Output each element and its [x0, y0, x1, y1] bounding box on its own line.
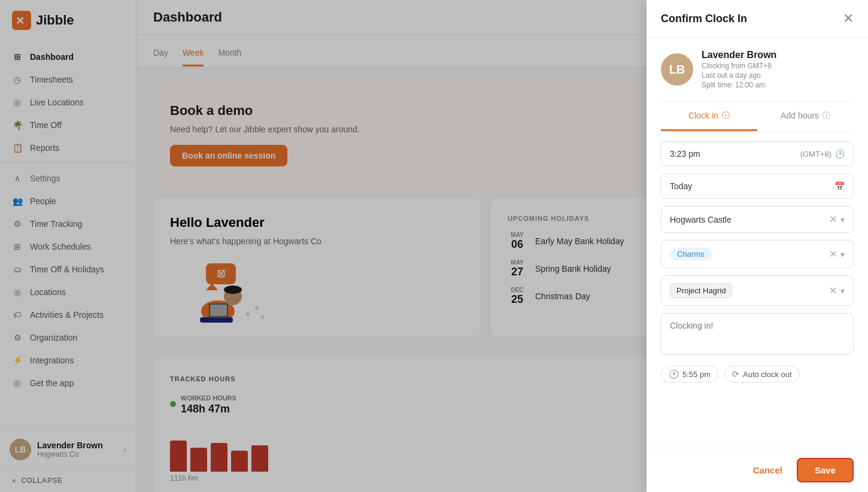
modal-footer: Cancel Save: [647, 448, 868, 492]
calendar-icon: 📅: [834, 181, 845, 191]
modal-title: Confirm Clock In: [661, 13, 747, 25]
project-tag: Project Hagrid: [670, 283, 732, 298]
info-icon: ⓘ: [823, 110, 830, 121]
cancel-button[interactable]: Cancel: [746, 460, 790, 480]
auto-clock-out-chip[interactable]: ⟳ Auto clock out: [724, 366, 800, 382]
chevron-down-icon[interactable]: ▾: [840, 286, 845, 296]
timezone-value: (GMT+8): [800, 150, 831, 159]
auto-clockout-icon: ⟳: [732, 369, 739, 379]
time-value: 3:23 pm: [670, 149, 700, 159]
tab-clock-in[interactable]: Clock in ⓘ: [661, 102, 757, 131]
modal-body: LB Lavender Brown Clocking from GMT+8 La…: [647, 38, 868, 448]
location-value: Hogwarts Castle: [670, 215, 732, 224]
chevron-down-icon[interactable]: ▾: [840, 215, 845, 224]
clock-icon: 🕐: [835, 150, 845, 159]
schedule-time-chip: 🕐 5:55 pm: [661, 366, 718, 382]
modal-tab-bar: Clock in ⓘ Add hours ⓘ: [661, 102, 854, 132]
last-out: Last out a day ago: [702, 71, 776, 80]
confirm-clock-in-modal: Confirm Clock In ✕ LB Lavender Brown Clo…: [647, 0, 868, 492]
activity-field[interactable]: Charms ✕ ▾: [661, 240, 854, 268]
time-field[interactable]: 3:23 pm (GMT+8) 🕐: [661, 141, 854, 166]
project-field[interactable]: Project Hagrid ✕ ▾: [661, 275, 854, 306]
date-field[interactable]: Today 📅: [661, 174, 854, 199]
schedule-time: 5:55 pm: [682, 370, 711, 379]
tab-add-hours[interactable]: Add hours ⓘ: [757, 102, 854, 131]
location-field[interactable]: Hogwarts Castle ✕ ▾: [661, 206, 854, 233]
save-button[interactable]: Save: [797, 458, 854, 482]
clear-location-icon[interactable]: ✕: [829, 214, 837, 225]
clock-in-tab-label: Clock in: [688, 111, 718, 120]
modal-header: Confirm Clock In ✕: [647, 0, 868, 38]
notes-input[interactable]: [661, 313, 854, 355]
schedule-info-row: 🕐 5:55 pm ⟳ Auto clock out: [661, 366, 854, 382]
schedule-icon: 🕐: [669, 369, 679, 379]
chevron-down-icon[interactable]: ▾: [840, 250, 845, 259]
profile-name: Lavender Brown: [702, 50, 776, 60]
avatar: LB: [661, 53, 693, 86]
clear-project-icon[interactable]: ✕: [829, 285, 837, 296]
clocking-from: Clocking from GMT+8: [702, 62, 776, 70]
user-profile-row: LB Lavender Brown Clocking from GMT+8 La…: [661, 38, 854, 102]
add-hours-tab-label: Add hours: [781, 111, 819, 120]
clear-activity-icon[interactable]: ✕: [829, 248, 837, 260]
split-time: Split time: 12:00 am: [702, 81, 776, 89]
auto-clock-out-label: Auto clock out: [743, 370, 792, 379]
modal-close-button[interactable]: ✕: [843, 12, 854, 25]
info-icon: ⓘ: [722, 110, 730, 121]
date-value: Today: [670, 181, 692, 191]
activity-tag: Charms: [670, 248, 712, 260]
